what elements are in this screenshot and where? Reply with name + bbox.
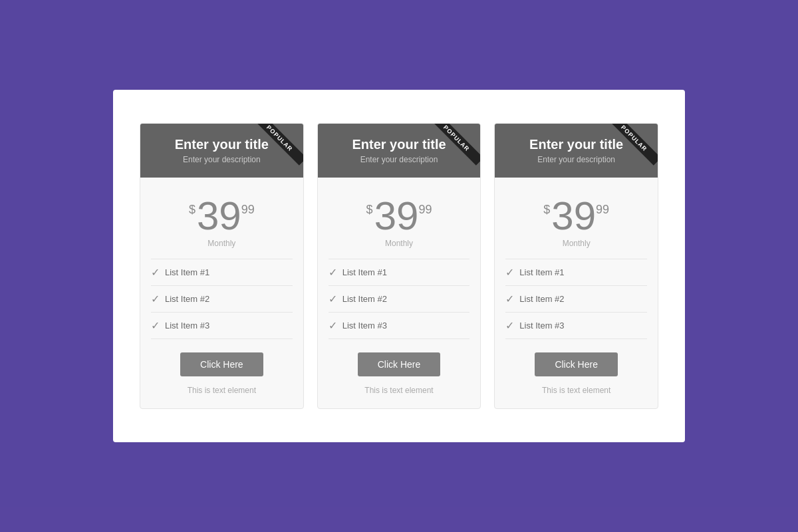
check-icon-3-3: ✓ bbox=[505, 319, 514, 332]
feature-item-1-1: ✓ List Item #1 bbox=[151, 259, 293, 286]
check-icon-2-1: ✓ bbox=[329, 266, 337, 279]
price-amount-3: 39 bbox=[551, 196, 596, 236]
price-area-1: $ 39 99 bbox=[189, 196, 255, 236]
feature-item-3-2: ✓ List Item #2 bbox=[505, 286, 647, 313]
feature-item-3-3: ✓ List Item #3 bbox=[505, 313, 647, 339]
card-body-3: $ 39 99 Monthly ✓ List Item #1 ✓ List It… bbox=[495, 178, 658, 408]
features-list-2: ✓ List Item #1 ✓ List Item #2 ✓ List Ite… bbox=[329, 259, 470, 339]
card-header-1: Enter your title Enter your description … bbox=[140, 124, 303, 178]
price-cents-2: 99 bbox=[418, 203, 432, 217]
features-list-1: ✓ List Item #1 ✓ List Item #2 ✓ List Ite… bbox=[151, 259, 293, 339]
card-desc-3: Enter your description bbox=[505, 155, 647, 164]
feature-item-2-1: ✓ List Item #1 bbox=[329, 259, 470, 286]
price-amount-2: 39 bbox=[374, 196, 419, 236]
feature-label-2-1: List Item #1 bbox=[342, 267, 387, 277]
pricing-card-3: Enter your title Enter your description … bbox=[494, 123, 658, 409]
feature-label-3-1: List Item #1 bbox=[519, 267, 564, 277]
check-icon-1-1: ✓ bbox=[151, 266, 160, 279]
cta-button-1[interactable]: Click Here bbox=[180, 352, 263, 376]
feature-label-3-2: List Item #2 bbox=[519, 294, 564, 304]
check-icon-1-3: ✓ bbox=[151, 319, 160, 332]
cta-button-2[interactable]: Click Here bbox=[358, 352, 441, 376]
cta-button-3[interactable]: Click Here bbox=[535, 352, 618, 376]
feature-label-1-2: List Item #2 bbox=[165, 294, 209, 304]
feature-label-1-3: List Item #3 bbox=[165, 321, 209, 331]
footer-text-1: This is text element bbox=[188, 386, 256, 395]
card-title-1: Enter your title bbox=[151, 137, 293, 152]
pricing-grid: Enter your title Enter your description … bbox=[140, 123, 658, 409]
price-amount-1: 39 bbox=[197, 196, 241, 236]
feature-item-2-2: ✓ List Item #2 bbox=[329, 286, 470, 313]
feature-label-2-3: List Item #3 bbox=[342, 321, 387, 331]
card-title-2: Enter your title bbox=[329, 137, 470, 152]
price-cents-1: 99 bbox=[241, 203, 255, 217]
card-header-2: Enter your title Enter your description … bbox=[318, 124, 481, 178]
price-cents-3: 99 bbox=[596, 203, 609, 217]
pricing-card-1: Enter your title Enter your description … bbox=[140, 123, 304, 409]
card-body-2: $ 39 99 Monthly ✓ List Item #1 ✓ List It… bbox=[318, 178, 481, 408]
check-icon-2-3: ✓ bbox=[329, 319, 337, 332]
feature-label-2-2: List Item #2 bbox=[342, 294, 387, 304]
feature-item-1-3: ✓ List Item #3 bbox=[151, 313, 293, 339]
card-body-1: $ 39 99 Monthly ✓ List Item #1 ✓ List It… bbox=[140, 178, 303, 408]
price-area-3: $ 39 99 bbox=[543, 196, 609, 236]
price-currency-2: $ bbox=[366, 203, 373, 217]
footer-text-3: This is text element bbox=[542, 386, 610, 395]
price-period-3: Monthly bbox=[563, 239, 591, 248]
footer-text-2: This is text element bbox=[364, 386, 433, 395]
feature-item-1-2: ✓ List Item #2 bbox=[151, 286, 293, 313]
card-desc-1: Enter your description bbox=[151, 155, 293, 164]
price-period-2: Monthly bbox=[385, 239, 413, 248]
feature-label-3-3: List Item #3 bbox=[519, 321, 564, 331]
feature-label-1-1: List Item #1 bbox=[165, 267, 209, 277]
price-currency-1: $ bbox=[189, 203, 196, 217]
feature-item-2-3: ✓ List Item #3 bbox=[329, 313, 470, 339]
card-desc-2: Enter your description bbox=[329, 155, 470, 164]
price-area-2: $ 39 99 bbox=[366, 196, 432, 236]
check-icon-3-2: ✓ bbox=[505, 293, 514, 305]
features-list-3: ✓ List Item #1 ✓ List Item #2 ✓ List Ite… bbox=[505, 259, 647, 339]
pricing-container: Enter your title Enter your description … bbox=[113, 90, 685, 442]
card-title-3: Enter your title bbox=[505, 137, 647, 152]
feature-item-3-1: ✓ List Item #1 bbox=[505, 259, 647, 286]
price-period-1: Monthly bbox=[207, 239, 235, 248]
price-currency-3: $ bbox=[543, 203, 550, 217]
pricing-card-2: Enter your title Enter your description … bbox=[317, 123, 481, 409]
card-header-3: Enter your title Enter your description … bbox=[495, 124, 658, 178]
check-icon-3-1: ✓ bbox=[505, 266, 514, 279]
check-icon-1-2: ✓ bbox=[151, 293, 160, 305]
check-icon-2-2: ✓ bbox=[329, 293, 337, 305]
